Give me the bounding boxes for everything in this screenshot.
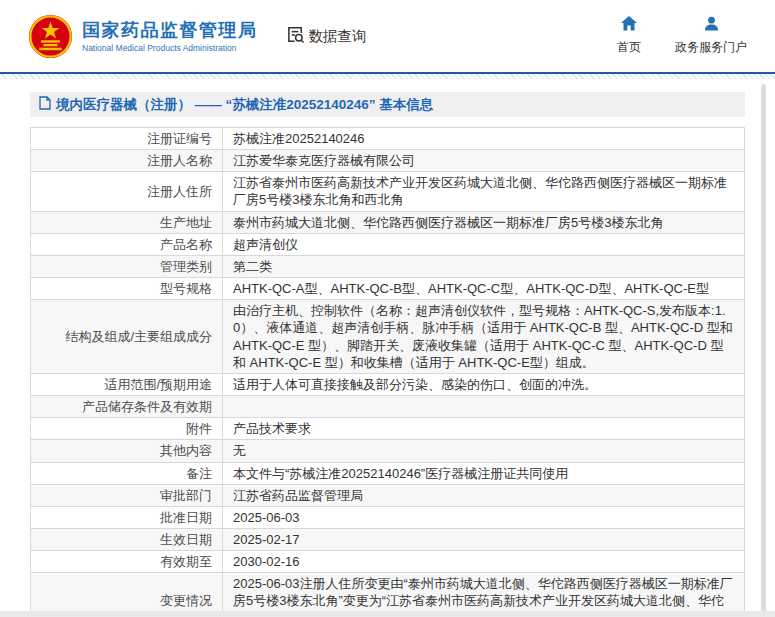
row-label: 其他内容 [31,440,223,462]
row-label: 型号规格 [31,278,223,300]
row-label: 生产地址 [31,211,223,233]
table-row: 型号规格AHTK-QC-A型、AHTK-QC-B型、AHTK-QC-C型、AHT… [31,278,745,300]
row-label-text: 适用范围/预期用途 [104,377,212,392]
row-value: 苏械注准20252140246 [223,128,745,150]
nav-portal[interactable]: 政务服务门户 [675,16,747,56]
table-row: 附件产品技术要求 [31,418,745,440]
main-content: 境内医疗器械（注册） —— “苏械注准20252140246” 基本信息 注册证… [30,92,745,617]
table-row: 生产地址泰州市药城大道北侧、华佗路西侧医疗器械区一期标准厂房5号楼3楼东北角 [31,211,745,233]
row-value: 2030-02-16 [223,551,745,573]
row-label: 批准日期 [31,506,223,528]
table-row: 生效日期2025-02-17 [31,528,745,550]
table-row: 注册证编号苏械注准20252140246 [31,128,745,150]
row-value: AHTK-QC-A型、AHTK-QC-B型、AHTK-QC-C型、AHTK-QC… [223,278,745,300]
nav-data-query[interactable]: 数据查询 [286,25,367,47]
row-label: 管理类别 [31,255,223,277]
row-label: 产品名称 [31,233,223,255]
nav-home-label: 首页 [617,39,641,56]
row-label: 注册人名称 [31,150,223,172]
row-label-text: 产品储存条件及有效期 [82,399,212,414]
row-value: 超声清创仪 [223,233,745,255]
row-value: 本文件与“苏械注准20252140246”医疗器械注册证共同使用 [223,462,745,484]
row-label-text: 注册人住所 [147,184,212,199]
page-title: 境内医疗器械（注册） —— “苏械注准20252140246” 基本信息 [30,92,745,117]
footer-strip [0,611,775,617]
row-value: 由治疗主机、控制软件（名称：超声清创仪软件，型号规格：AHTK-QC-S,发布版… [223,300,745,374]
table-row: 其他内容无 [31,440,745,462]
row-value: 第二类 [223,255,745,277]
document-icon [39,96,56,113]
table-row: 注册人名称江苏爱华泰克医疗器械有限公司 [31,150,745,172]
table-row: 有效期至2030-02-16 [31,551,745,573]
table-row: 结构及组成/主要组成成分由治疗主机、控制软件（名称：超声清创仪软件，型号规格：A… [31,300,745,374]
row-label-text: 型号规格 [160,281,212,296]
row-label: 审批部门 [31,484,223,506]
row-value: 2025-06-03 [223,506,745,528]
row-value: 江苏爱华泰克医疗器械有限公司 [223,150,745,172]
row-label-text: 产品名称 [160,237,212,252]
row-value: 泰州市药城大道北侧、华佗路西侧医疗器械区一期标准厂房5号楼3楼东北角 [223,211,745,233]
data-query-label: 数据查询 [309,27,367,46]
row-label-text: 有效期至 [160,554,212,569]
home-icon [621,16,637,34]
vertical-scrollbar[interactable] [761,84,766,612]
row-label-text: 生产地址 [160,215,212,230]
table-row: 批准日期2025-06-03 [31,506,745,528]
user-icon [704,16,719,34]
row-label-text: 注册证编号 [147,131,212,146]
row-label-text: 注册人名称 [147,153,212,168]
info-table-body: 注册证编号苏械注准20252140246注册人名称江苏爱华泰克医疗器械有限公司注… [31,128,745,617]
table-row: 产品储存条件及有效期 [31,396,745,418]
row-label: 备注 [31,462,223,484]
table-row: 审批部门江苏省药品监督管理局 [31,484,745,506]
table-row: 管理类别第二类 [31,255,745,277]
info-table: 注册证编号苏械注准20252140246注册人名称江苏爱华泰克医疗器械有限公司注… [30,127,745,617]
national-emblem-logo [28,14,73,59]
row-label-text: 批准日期 [160,510,212,525]
row-label-text: 其他内容 [160,443,212,458]
agency-name-cn: 国家药品监督管理局 [82,19,258,41]
row-label-text: 管理类别 [160,259,212,274]
row-label: 生效日期 [31,528,223,550]
row-label-text: 变更情况 [160,593,212,608]
site-header: 国家药品监督管理局 National Medical Products Admi… [0,0,775,72]
row-label: 注册人住所 [31,172,223,211]
row-label-text: 生效日期 [160,532,212,547]
row-label: 适用范围/预期用途 [31,373,223,395]
row-value: 适用于人体可直接接触及部分污染、感染的伤口、创面的冲洗。 [223,373,745,395]
row-value: 江苏省泰州市医药高新技术产业开发区药城大道北侧、华佗路西侧医疗器械区一期标准厂房… [223,172,745,211]
header-divider-hatch [0,74,775,79]
row-value: 产品技术要求 [223,418,745,440]
row-value: 无 [223,440,745,462]
row-value [223,396,745,418]
row-label: 结构及组成/主要组成成分 [31,300,223,374]
row-label-text: 备注 [186,466,212,481]
nav-home[interactable]: 首页 [617,16,641,56]
row-label-text: 结构及组成/主要组成成分 [65,329,212,344]
row-label: 产品储存条件及有效期 [31,396,223,418]
row-value: 2025-02-17 [223,528,745,550]
table-row: 适用范围/预期用途适用于人体可直接接触及部分污染、感染的伤口、创面的冲洗。 [31,373,745,395]
table-row: 注册人住所江苏省泰州市医药高新技术产业开发区药城大道北侧、华佗路西侧医疗器械区一… [31,172,745,211]
row-label-text: 审批部门 [160,488,212,503]
agency-name-en: National Medical Products Administration [82,43,258,53]
row-value: 江苏省药品监督管理局 [223,484,745,506]
agency-name: 国家药品监督管理局 National Medical Products Admi… [82,19,258,53]
table-row: 产品名称超声清创仪 [31,233,745,255]
row-label: 有效期至 [31,551,223,573]
page-title-text: 境内医疗器械（注册） —— “苏械注准20252140246” 基本信息 [56,96,433,114]
table-row: 备注本文件与“苏械注准20252140246”医疗器械注册证共同使用 [31,462,745,484]
row-label: 注册证编号 [31,128,223,150]
row-label-text: 附件 [186,421,212,436]
data-query-icon [286,25,309,47]
nav-portal-label: 政务服务门户 [675,39,747,56]
row-label: 附件 [31,418,223,440]
